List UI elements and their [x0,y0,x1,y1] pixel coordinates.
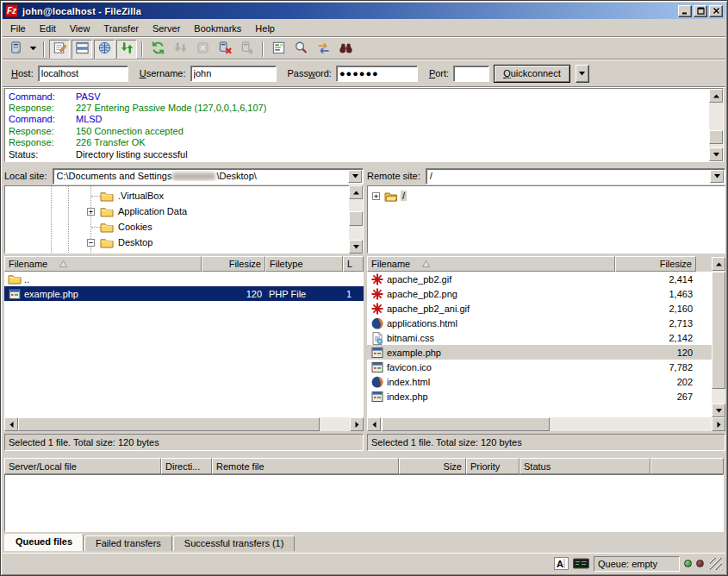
queue-header: Server/Local fileDirecti...Remote fileSi… [4,458,724,474]
column-header-filename[interactable]: Filename [367,256,615,272]
directory-comparison-button[interactable] [290,40,311,59]
username-input[interactable] [190,66,277,82]
find-files-button[interactable] [335,40,356,59]
tree-item-desktop[interactable]: −Desktop [5,235,363,251]
queue-column-remote-file[interactable]: Remote file [212,458,399,474]
remote-site-dropdown-button[interactable] [710,170,724,183]
site-manager-button[interactable] [5,40,26,59]
column-header-filesize[interactable]: Filesize [202,256,265,272]
quickconnect-button[interactable]: Quickconnect [494,65,570,83]
file-row[interactable]: favicon.ico7,782 [367,360,712,374]
toggle-local-tree-button[interactable] [72,40,92,59]
file-name: apache_pb2_ani.gif [387,304,470,314]
menu-item-transfer[interactable]: Transfer [96,22,146,35]
scroll-thumb[interactable] [709,130,723,144]
file-row[interactable]: apache_pb2_ani.gif2,160 [367,301,712,316]
scroll-up-button[interactable] [709,89,723,103]
tree-item--virtualbox[interactable]: .VirtualBox [5,189,363,204]
site-manager-dropdown-button[interactable] [28,40,39,59]
disconnect-button[interactable] [215,40,235,59]
tab-failed-transfers[interactable]: Failed transfers [84,535,172,551]
expand-icon[interactable]: + [372,192,380,200]
file-row[interactable]: apache_pb2.gif2,414 [367,272,712,286]
menu-item-help[interactable]: Help [248,22,282,35]
scroll-left-button[interactable] [367,417,381,431]
column-header-label: Filesize [660,259,692,269]
column-header-l[interactable]: L [343,256,364,272]
scroll-up-button[interactable] [712,257,725,271]
close-button[interactable] [709,5,723,17]
directory-filters-icon [271,41,286,58]
column-header-filesize[interactable]: Filesize [615,256,696,272]
ico-icon [370,360,384,374]
toggle-remote-tree-button[interactable] [94,40,115,59]
expand-icon[interactable]: + [87,208,95,216]
queue-column-directi-[interactable]: Directi... [161,458,212,474]
php-icon [370,346,384,360]
tree-item-cookies[interactable]: Cookies [5,220,363,235]
send-led [696,560,704,567]
port-input[interactable] [453,66,489,82]
tab-successful-transfers-1-[interactable]: Successful transfers (1) [173,535,296,551]
local-site-dropdown-button[interactable] [348,170,362,183]
password-input[interactable] [336,66,418,82]
tree-item-root[interactable]: +/ [368,189,725,204]
file-name-cell: index.php [367,390,615,404]
tree-item-label: .VirtualBox [116,191,165,201]
file-row[interactable]: apache_pb2.png1,463 [367,286,712,301]
queue-column-status[interactable]: Status [520,458,650,474]
scroll-thumb[interactable] [349,211,363,226]
menu-item-server[interactable]: Server [146,22,187,35]
tab-queued-files[interactable]: Queued files [4,534,84,551]
remote-site-combo[interactable]: / [426,168,725,185]
menu-item-bookmarks[interactable]: Bookmarks [187,22,248,35]
menu-item-view[interactable]: View [63,22,97,35]
queue-column-size[interactable]: Size [399,458,466,474]
quickconnect-dropdown-button[interactable] [576,65,589,83]
collapse-icon[interactable]: − [87,239,95,247]
toggle-message-log-button[interactable] [49,40,70,59]
column-header-filetype[interactable]: Filetype [265,256,343,272]
file-row[interactable]: example.php120PHP File1 [4,286,364,301]
directory-filters-button[interactable] [268,40,289,59]
file-row[interactable]: applications.html2,713 [367,316,712,330]
local-tree-scrollbar [349,185,363,254]
host-input[interactable] [38,66,128,82]
scroll-left-button[interactable] [4,417,18,431]
file-row[interactable]: bitnami.css2,142 [367,330,712,345]
scroll-thumb[interactable] [18,417,320,431]
maximize-button[interactable] [694,5,707,17]
scroll-down-button[interactable] [709,147,723,161]
scroll-thumb[interactable] [382,417,550,431]
queue-column-server-local-file[interactable]: Server/Local file [4,458,161,474]
column-header-filename[interactable]: Filename [4,256,202,272]
menu-item-file[interactable]: File [3,22,33,35]
queue-column-blank[interactable] [650,458,724,474]
refresh-button[interactable] [147,40,168,59]
file-row[interactable]: index.html202 [367,374,712,389]
toggle-transfer-queue-icon [120,41,134,58]
scroll-right-button[interactable] [350,417,364,431]
log-line-text: PASV [76,91,101,102]
scroll-up-button[interactable] [349,185,363,199]
scroll-down-button[interactable] [712,404,725,417]
speed-limits-icon[interactable] [573,558,589,569]
scroll-thumb[interactable] [712,272,725,389]
local-site-combo[interactable]: C:\Documents and Settings\Desktop\ [53,168,364,185]
tree-item-application-data[interactable]: +Application Data [5,204,363,220]
file-modified-cell: 1 [343,289,364,299]
title-bar[interactable]: Fz john@localhost - FileZilla [3,3,725,19]
queue-column-priority[interactable]: Priority [466,458,520,474]
remote-site-row: Remote site: / [367,167,725,185]
file-row[interactable]: example.php120 [367,345,712,360]
disconnect-icon [218,41,233,58]
synchronized-browsing-button[interactable] [313,40,333,59]
file-row[interactable]: index.php267 [367,389,712,404]
minimize-button[interactable] [678,5,692,17]
scroll-down-button[interactable] [349,240,363,254]
file-row[interactable]: .. [4,272,364,286]
menu-item-edit[interactable]: Edit [33,22,63,35]
resize-grip[interactable] [710,558,722,570]
scroll-right-button[interactable] [712,417,725,431]
toggle-transfer-queue-button[interactable] [116,40,137,59]
